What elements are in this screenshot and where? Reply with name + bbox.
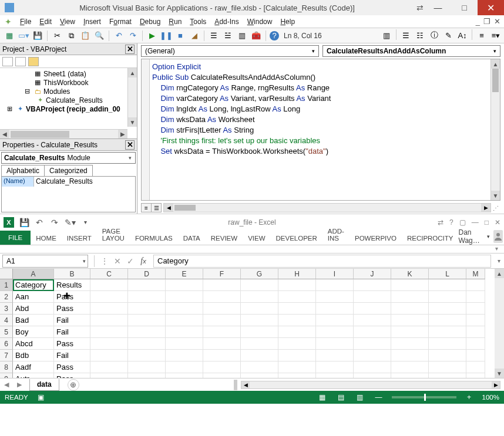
outdent-icon[interactable]: ≡▾ [490, 29, 502, 41]
close-button[interactable]: ✕ [478, 0, 504, 15]
cell[interactable] [429, 338, 466, 350]
cell[interactable] [90, 373, 128, 378]
cell[interactable] [241, 373, 278, 378]
toolbox-icon[interactable]: 🧰 [250, 30, 262, 42]
grid-hscrollbar[interactable]: ◀ ▶ [241, 381, 500, 389]
cell[interactable] [316, 373, 354, 378]
column-header[interactable]: D [128, 269, 166, 279]
cell[interactable] [354, 373, 391, 378]
zoom-out-icon[interactable]: — [373, 393, 385, 401]
find-icon[interactable]: 🔍 [93, 30, 105, 42]
qat-redo-icon[interactable]: ↷ [49, 217, 60, 228]
break-icon[interactable]: ❚❚ [160, 30, 172, 42]
code-editor[interactable]: Option ExplicitPublic Sub CalculateResul… [141, 59, 500, 201]
mdi-minimize-button[interactable]: _ [476, 17, 480, 26]
column-header[interactable]: C [90, 269, 128, 279]
cell[interactable] [429, 303, 466, 315]
maximize-button[interactable]: □ [451, 0, 478, 15]
help-icon[interactable]: ? [270, 31, 279, 40]
project-hscrollbar[interactable]: ◀ ▶ [0, 129, 127, 138]
property-value[interactable]: Calculate_Results [34, 177, 135, 187]
view-excel-icon[interactable]: ▦ [4, 30, 15, 42]
properties-tab-alphabetic[interactable]: Alphabetic [1, 165, 45, 176]
full-module-view-icon[interactable]: ☰ [151, 203, 162, 212]
cell[interactable]: Aadf [13, 361, 54, 373]
name-box[interactable]: A1 ▾ [2, 255, 88, 268]
sheet-splitter[interactable] [234, 380, 237, 390]
cell[interactable]: Boy [13, 326, 54, 338]
undo-icon[interactable]: ↶ [113, 30, 125, 42]
ribbon-display-icon[interactable]: ▢ [459, 218, 466, 227]
column-header[interactable]: E [166, 269, 203, 279]
cell[interactable] [354, 303, 391, 315]
avatar[interactable] [493, 230, 503, 243]
cell[interactable] [354, 279, 391, 291]
save-icon[interactable]: 💾 [32, 30, 43, 42]
insert-function-icon[interactable]: fx [137, 255, 150, 268]
properties-grid[interactable]: (Name) Calculate_Results [1, 176, 136, 212]
cell[interactable] [90, 350, 128, 361]
row-header[interactable]: 6 [0, 338, 13, 350]
mdi-close-button[interactable]: ✕ [494, 17, 500, 26]
cell[interactable] [203, 291, 241, 303]
menu-format[interactable]: Format [106, 16, 136, 27]
cell[interactable] [128, 350, 166, 361]
cell[interactable] [354, 338, 391, 350]
cell[interactable] [278, 373, 316, 378]
cell[interactable] [241, 338, 278, 350]
scroll-left-icon[interactable]: ◀ [164, 204, 173, 212]
properties-tab-categorized[interactable]: Categorized [44, 165, 93, 176]
code-hscroll-thumb[interactable] [174, 205, 196, 211]
cell[interactable]: Results [54, 279, 90, 291]
code-margin[interactable] [142, 59, 150, 200]
cell[interactable] [128, 279, 166, 291]
ribbon-tab-home[interactable]: HOME [31, 231, 62, 245]
cell[interactable]: Pass [54, 338, 90, 350]
cell[interactable] [354, 291, 391, 303]
cell[interactable] [166, 326, 203, 338]
zoom-level[interactable]: 100% [482, 394, 499, 401]
sheet-nav-last-icon[interactable]: ▶ [14, 380, 25, 390]
cell[interactable] [354, 350, 391, 361]
cell[interactable] [241, 326, 278, 338]
cell[interactable] [203, 361, 241, 373]
cell[interactable] [241, 279, 278, 291]
project-tree[interactable]: ▦Sheet1 (data) ▦ThisWorkbook ⊟🗀Modules ✦… [0, 68, 137, 138]
project-explorer-icon[interactable]: ☰ [208, 30, 220, 42]
restore-from-child-icon[interactable]: ⇄ [416, 3, 425, 12]
cell[interactable] [128, 326, 166, 338]
excel-app-icon[interactable]: X [4, 217, 14, 228]
run-icon[interactable]: ▶ [146, 30, 158, 42]
project-node-sheet1[interactable]: Sheet1 (data) [43, 70, 86, 78]
cell[interactable] [391, 361, 429, 373]
complete-word-icon[interactable]: A↕ [456, 29, 468, 41]
edit-toolbar-icon-1[interactable]: ▥ [381, 29, 392, 41]
menu-help[interactable]: Help [277, 16, 300, 27]
qat-undo-icon[interactable]: ↶ [34, 217, 45, 228]
cell[interactable]: Pass [54, 361, 90, 373]
cell[interactable] [90, 279, 128, 291]
cell[interactable] [354, 361, 391, 373]
cell[interactable] [278, 338, 316, 350]
ribbon-tab-powerpivot[interactable]: POWERPIVO [350, 231, 402, 245]
cell[interactable]: Fail [54, 326, 90, 338]
grid-vscrollbar[interactable]: ▲ ▼ [495, 269, 504, 378]
cell[interactable] [429, 326, 466, 338]
view-normal-icon[interactable]: ▦ [317, 393, 328, 401]
cell[interactable] [391, 315, 429, 326]
project-node-thisworkbook[interactable]: ThisWorkbook [43, 79, 88, 87]
view-object-icon[interactable] [15, 57, 26, 66]
cell[interactable]: Pass [54, 291, 90, 303]
cell[interactable] [391, 350, 429, 361]
view-pagelayout-icon[interactable]: ▤ [335, 393, 347, 401]
scroll-right-icon[interactable]: ▶ [481, 204, 490, 212]
row-header[interactable]: 5 [0, 326, 13, 338]
cell[interactable] [90, 315, 128, 326]
menu-debug[interactable]: Debug [136, 16, 165, 27]
cell[interactable] [203, 373, 241, 378]
parameter-info-icon[interactable]: ✎ [442, 29, 454, 41]
cell[interactable] [90, 338, 128, 350]
chevron-down-icon[interactable]: ▾ [309, 47, 317, 55]
column-header[interactable]: K [391, 269, 429, 279]
code-vscrollbar[interactable]: ▲ ▼ [490, 59, 500, 200]
